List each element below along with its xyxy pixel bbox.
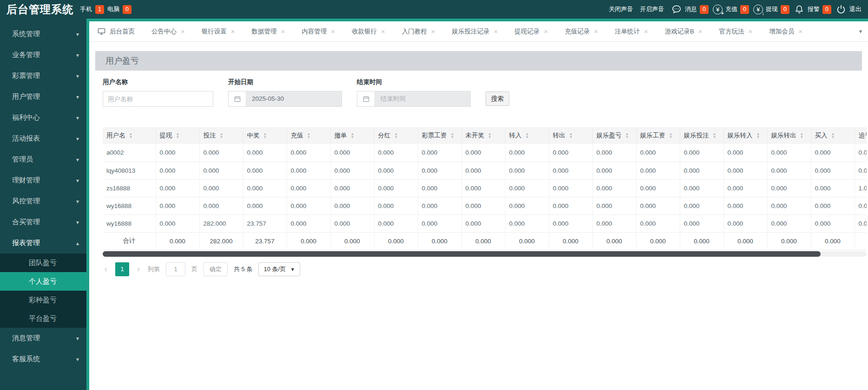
sort-icon[interactable]: ▲▼ [800,132,804,139]
column-header[interactable]: 娱乐投注▲▼ [680,127,723,144]
tab-home[interactable]: 后台首页 [98,27,135,36]
close-icon[interactable]: × [594,28,598,35]
sort-icon[interactable]: ▲▼ [263,132,267,139]
message-count-badge[interactable]: 0 [700,5,709,14]
search-button[interactable]: 搜索 [486,91,509,106]
sort-icon[interactable]: ▲▼ [669,132,673,139]
column-header[interactable]: 娱乐盈亏▲▼ [592,127,636,144]
withdraw-label[interactable]: 提现 [766,5,778,13]
close-icon[interactable]: × [431,28,435,35]
sidebar-item-lottery[interactable]: 彩票管理▾ [0,65,86,86]
calendar-icon[interactable] [357,91,375,106]
sort-icon[interactable]: ▲▼ [526,132,529,139]
sidebar-item-customer-service[interactable]: 客服系统▾ [0,349,86,370]
close-icon[interactable]: × [798,28,802,35]
sort-icon[interactable]: ▲▼ [488,132,492,139]
sidebar-item-message[interactable]: 消息管理▾ [0,328,86,349]
sound-off-button[interactable]: 关闭声音 [609,5,633,13]
sidebar-subitem-personal-profit[interactable]: 个人盈亏 [0,272,86,291]
bell-icon[interactable] [794,4,805,15]
tab-data-management[interactable]: 数据管理× [252,27,285,36]
sidebar-item-business[interactable]: 业务管理▾ [0,45,86,65]
close-icon[interactable]: × [231,28,235,35]
page-size-select[interactable]: 10 条/页 ▼ [258,262,300,276]
sidebar-item-user[interactable]: 用户管理▾ [0,86,86,107]
sidebar-item-risk[interactable]: 风控管理▾ [0,191,86,212]
close-icon[interactable]: × [381,28,385,35]
column-header[interactable]: 彩票工资▲▼ [418,127,461,144]
sidebar-item-admin[interactable]: 管理员▾ [0,149,86,170]
column-header[interactable]: 提现▲▼ [156,127,199,144]
horizontal-scrollbar-track[interactable] [103,251,867,257]
tab-official-play[interactable]: 官方玩法× [719,27,752,36]
sort-icon[interactable]: ▲▼ [220,132,224,139]
sort-icon[interactable]: ▲▼ [351,132,355,139]
next-page-chevron-icon[interactable]: › [135,264,142,274]
column-header[interactable]: 娱乐工资▲▼ [636,127,680,144]
username-input[interactable] [103,91,213,107]
sidebar-item-welfare[interactable]: 福利中心▾ [0,107,86,128]
close-icon[interactable]: × [181,28,185,35]
sidebar-item-activity-report[interactable]: 活动报表▾ [0,128,86,149]
close-icon[interactable]: × [281,28,285,35]
close-icon[interactable]: × [644,28,648,35]
tab-entertainment-bet-records[interactable]: 娱乐投注记录× [452,27,498,36]
sidebar-item-system[interactable]: 系统管理▾ [0,24,86,45]
sound-on-button[interactable]: 开启声音 [640,5,664,13]
column-header[interactable]: 未开奖▲▼ [461,127,505,144]
sidebar-item-finance[interactable]: 理财管理▾ [0,170,86,191]
sort-icon[interactable]: ▲▼ [625,132,629,139]
alarm-label[interactable]: 报警 [808,5,820,13]
column-header[interactable]: 充值▲▼ [287,127,330,144]
power-icon[interactable] [835,4,847,15]
tab-content-management[interactable]: 内容管理× [302,27,335,36]
phone-count-badge[interactable]: 1 [95,5,104,14]
prev-page-chevron-icon[interactable]: ‹ [103,264,109,274]
close-icon[interactable]: × [748,28,752,35]
horizontal-scrollbar-handle[interactable] [103,251,821,257]
column-header[interactable]: 分红▲▼ [374,127,418,144]
end-time-value[interactable]: 结束时间 [375,91,470,106]
close-icon[interactable]: × [331,28,335,35]
sort-icon[interactable]: ▲▼ [831,132,835,139]
column-header[interactable]: 买入▲▼ [811,127,855,144]
message-bubble-icon[interactable] [671,4,682,15]
message-label[interactable]: 消息 [685,5,697,13]
sidebar-subitem-lottery-type-profit[interactable]: 彩种盈亏 [0,291,86,309]
tab-add-member[interactable]: 增加会员× [769,27,802,36]
column-header[interactable]: 投注▲▼ [199,127,243,144]
sidebar-item-report[interactable]: 报表管理▴ [0,233,86,254]
sort-icon[interactable]: ▲▼ [713,132,717,139]
end-time-picker[interactable]: 结束时间 [357,91,471,107]
start-date-value[interactable]: 2025-05-30 [246,91,342,106]
tab-withdraw-records[interactable]: 提现记录× [514,27,548,36]
column-header[interactable]: 追号▲▼ [855,127,867,144]
start-date-picker[interactable]: 2025-05-30 [228,91,342,107]
pc-count-badge[interactable]: 0 [123,5,132,14]
sort-icon[interactable]: ▲▼ [395,132,398,139]
recharge-count-badge[interactable]: 0 [740,5,749,14]
tab-game-records-b[interactable]: 游戏记录B× [665,27,703,36]
column-header[interactable]: 用户名▲▼ [103,127,156,144]
column-header[interactable]: 娱乐转出▲▼ [767,127,811,144]
tab-tutorial[interactable]: 入门教程× [402,27,435,36]
sort-icon[interactable]: ▲▼ [569,132,573,139]
close-icon[interactable]: × [494,28,498,35]
column-header[interactable]: 娱乐转入▲▼ [723,127,767,144]
column-header[interactable]: 中奖▲▼ [243,127,287,144]
logout-button[interactable]: 退出 [849,5,861,13]
withdraw-count-badge[interactable]: 0 [781,5,789,14]
sort-icon[interactable]: ▲▼ [756,132,760,139]
sidebar-subitem-platform-profit[interactable]: 平台盈亏 [0,309,86,328]
tab-announcement[interactable]: 公告中心× [151,27,185,36]
tab-receiving-bank[interactable]: 收款银行× [352,27,385,36]
column-header[interactable]: 撤单▲▼ [330,127,374,144]
current-page-button[interactable]: 1 [115,262,129,276]
tab-recharge-records[interactable]: 充值记录× [565,27,598,36]
sort-icon[interactable]: ▲▼ [307,132,311,139]
calendar-icon[interactable] [229,91,246,106]
sort-icon[interactable]: ▲▼ [176,132,180,139]
recharge-label[interactable]: 充值 [725,5,737,13]
sort-icon[interactable]: ▲▼ [451,132,454,139]
column-header[interactable]: 转入▲▼ [505,127,549,144]
